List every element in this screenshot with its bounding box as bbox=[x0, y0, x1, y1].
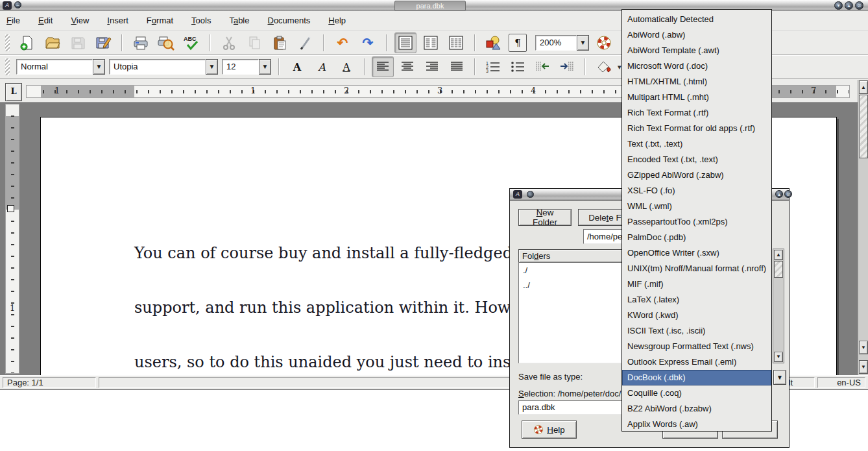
help-button[interactable]: Help bbox=[522, 421, 577, 439]
align-center-button[interactable] bbox=[397, 57, 418, 77]
file-type-option[interactable]: AbiWord (.abw) bbox=[622, 27, 771, 43]
file-type-option[interactable]: AbiWord Template (.awt) bbox=[622, 43, 771, 58]
shade-button[interactable]: ▾ bbox=[834, 1, 843, 10]
file-type-option[interactable]: Encoded Text (.txt, .text) bbox=[622, 152, 771, 167]
view-two-columns-button[interactable] bbox=[420, 33, 441, 53]
folder-item[interactable]: ../ bbox=[519, 278, 622, 293]
scroll-up-arrow[interactable]: ▲ bbox=[774, 250, 783, 260]
scrollbar-thumb[interactable] bbox=[774, 261, 783, 278]
italic-button[interactable]: A bbox=[311, 57, 332, 77]
align-right-button[interactable] bbox=[422, 57, 442, 77]
highlight-color-dropdown-arrow[interactable]: ▾ bbox=[618, 63, 621, 71]
file-type-option[interactable]: WML (.wml) bbox=[622, 199, 771, 214]
close-button[interactable]: ⊘ bbox=[855, 1, 863, 10]
scroll-down-arrow[interactable]: ▼ bbox=[859, 360, 868, 374]
menu-item[interactable]: Tools bbox=[191, 16, 211, 25]
file-type-option[interactable]: ISCII Text (.isc, .iscii) bbox=[622, 323, 771, 339]
folder-item[interactable]: ./ bbox=[519, 263, 622, 278]
file-type-option[interactable]: XSL-FO (.fo) bbox=[622, 183, 771, 199]
align-left-button[interactable] bbox=[372, 57, 393, 77]
file-type-option[interactable]: Rich Text Format for old apps (.rtf) bbox=[622, 121, 771, 136]
maximize-button[interactable]: ▴ bbox=[775, 190, 783, 198]
scrollbar-thumb[interactable] bbox=[859, 95, 868, 158]
numbered-list-button[interactable]: 123 bbox=[483, 57, 503, 77]
font-size-dropdown-arrow[interactable]: ▼ bbox=[259, 59, 271, 75]
document-text[interactable]: You can of course buy and install a full… bbox=[134, 208, 568, 375]
vertical-scrollbar[interactable]: ▲ ▼ ▼ bbox=[858, 80, 868, 375]
toolbar-grip[interactable] bbox=[5, 34, 10, 51]
underline-button[interactable]: A bbox=[336, 57, 357, 77]
file-type-option[interactable]: OpenOffice Writer (.sxw) bbox=[622, 245, 771, 261]
tab-stop-selector[interactable]: L bbox=[5, 83, 22, 101]
scroll-down-arrow[interactable]: ▼ bbox=[859, 341, 868, 354]
zoom-value[interactable]: 200% bbox=[535, 35, 577, 51]
font-value[interactable]: Utopia bbox=[109, 59, 206, 75]
file-type-option[interactable]: Rich Text Format (.rtf) bbox=[622, 105, 771, 121]
file-type-option[interactable]: UNIX(tm) Nroff/Manual format (.nroff) bbox=[622, 261, 771, 276]
menu-item[interactable]: File bbox=[6, 16, 20, 25]
bulleted-list-button[interactable] bbox=[507, 57, 528, 77]
stylus-button[interactable] bbox=[295, 33, 315, 53]
file-type-option[interactable]: BZ2 AbiWord (.bzabw) bbox=[622, 401, 771, 417]
file-type-dropdown-arrow[interactable]: ▼ bbox=[773, 370, 786, 385]
file-type-option[interactable]: Newsgroup Formatted Text (.nws) bbox=[622, 339, 771, 354]
scroll-down-arrow[interactable]: ▼ bbox=[774, 352, 783, 362]
file-type-option[interactable]: Automatically Detected bbox=[622, 12, 771, 27]
file-type-option[interactable]: DocBook (.dbk) bbox=[622, 370, 771, 385]
toolbar-grip[interactable] bbox=[5, 58, 10, 75]
zoom-dropdown-arrow[interactable]: ▼ bbox=[577, 35, 589, 51]
show-formatting-marks-button[interactable]: ¶ bbox=[509, 34, 527, 52]
window-menu-button[interactable]: – bbox=[527, 191, 534, 198]
file-type-option[interactable]: Text (.txt, .text) bbox=[622, 136, 771, 152]
top-margin-marker[interactable] bbox=[7, 205, 14, 212]
file-type-option[interactable]: PalmDoc (.pdb) bbox=[622, 230, 771, 245]
font-combo[interactable]: Utopia ▼ bbox=[109, 59, 218, 75]
paste-button[interactable] bbox=[269, 33, 290, 53]
menu-item[interactable]: Help bbox=[328, 16, 346, 25]
view-three-columns-button[interactable] bbox=[446, 33, 466, 53]
increase-indent-button[interactable] bbox=[557, 57, 577, 77]
style-dropdown-arrow[interactable]: ▼ bbox=[93, 59, 105, 75]
bold-button[interactable]: A bbox=[287, 57, 307, 77]
spellcheck-button[interactable]: ABC bbox=[181, 33, 202, 53]
font-size-value[interactable]: 12 bbox=[222, 59, 259, 75]
close-button[interactable]: ⊘ bbox=[784, 190, 792, 198]
menu-item[interactable]: Insert bbox=[107, 16, 128, 25]
folders-list-header[interactable]: Folders bbox=[518, 249, 623, 263]
menu-item[interactable]: Format bbox=[147, 16, 173, 25]
menu-item[interactable]: View bbox=[71, 16, 89, 25]
file-type-option[interactable]: MIF (.mif) bbox=[622, 276, 771, 292]
justify-button[interactable] bbox=[446, 57, 467, 77]
open-button[interactable] bbox=[42, 33, 63, 53]
font-dropdown-arrow[interactable]: ▼ bbox=[206, 59, 218, 75]
file-type-option[interactable]: Applix Words (.aw) bbox=[622, 417, 771, 432]
file-type-option[interactable]: HTML/XHTML (.html) bbox=[622, 74, 771, 90]
scroll-up-arrow[interactable]: ▲ bbox=[859, 80, 868, 94]
save-as-button[interactable] bbox=[93, 33, 114, 53]
file-type-option[interactable]: GZipped AbiWord (.zabw) bbox=[622, 167, 771, 183]
file-type-option[interactable]: PassepartoutToo (.xml2ps) bbox=[622, 214, 771, 230]
highlight-color-button[interactable] bbox=[593, 57, 614, 77]
window-menu-button[interactable]: – bbox=[14, 1, 21, 8]
view-normal-button[interactable] bbox=[395, 33, 416, 53]
style-combo[interactable]: Normal ▼ bbox=[16, 59, 105, 75]
file-type-option[interactable]: Multipart HTML (.mht) bbox=[622, 90, 771, 105]
redo-button[interactable]: ↷ bbox=[357, 33, 378, 53]
files-list-scrollbar[interactable]: ▲ ▼ bbox=[773, 249, 784, 363]
new-folder-button[interactable]: New Folder bbox=[518, 209, 572, 226]
menu-item[interactable]: Edit bbox=[38, 16, 53, 25]
new-document-button[interactable] bbox=[17, 33, 38, 53]
style-value[interactable]: Normal bbox=[16, 59, 93, 75]
decrease-indent-button[interactable] bbox=[532, 57, 553, 77]
menu-item[interactable]: Table bbox=[229, 16, 249, 25]
print-preview-button[interactable] bbox=[156, 33, 176, 53]
print-button[interactable] bbox=[130, 33, 151, 53]
menu-item[interactable]: Documents bbox=[268, 16, 311, 25]
file-type-option[interactable]: Coquille (.coq) bbox=[622, 385, 771, 401]
maximize-button[interactable]: ▴ bbox=[845, 1, 853, 10]
file-type-option[interactable]: Outlook Express Email (.eml) bbox=[622, 354, 771, 370]
file-type-option[interactable]: KWord (.kwd) bbox=[622, 308, 771, 323]
font-size-combo[interactable]: 12 ▼ bbox=[222, 59, 271, 75]
folders-list[interactable]: ./../ bbox=[518, 262, 623, 363]
insert-graphic-button[interactable] bbox=[483, 33, 504, 53]
